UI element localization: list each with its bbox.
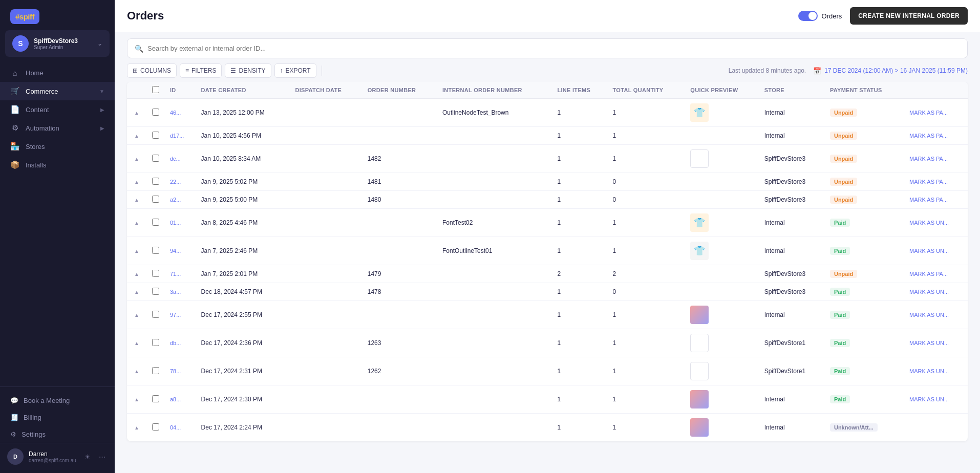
sidebar-user-profile[interactable]: S SpiffDevStore3 Super Admin ⌄ [5, 30, 110, 57]
mark-action-button[interactable]: MARK AS UN... [909, 247, 949, 255]
row-checkbox[interactable] [152, 339, 159, 346]
row-line-items: 1 [552, 209, 607, 237]
row-internal-order-number [437, 301, 552, 329]
expand-row-button[interactable]: ▲ [132, 368, 141, 375]
orders-toggle-switch[interactable] [798, 11, 818, 21]
export-button[interactable]: ↑ EXPORT [274, 63, 316, 78]
user-name: SpiffDevStore3 [34, 37, 92, 45]
row-dispatch-date [290, 283, 362, 301]
density-button[interactable]: ☰ DENSITY [225, 63, 271, 78]
row-checkbox[interactable] [152, 270, 159, 277]
user-role: Super Admin [34, 45, 92, 50]
expand-row-button[interactable]: ▲ [132, 219, 141, 227]
search-input[interactable] [147, 39, 960, 58]
row-checkbox[interactable] [152, 155, 159, 162]
sidebar-item-automation[interactable]: ⚙ Automation ▶ [0, 119, 115, 137]
row-check-6 [146, 237, 165, 265]
row-store: SpiffDevStore3 [759, 173, 825, 191]
settings-button[interactable]: ⚙ Settings [0, 426, 115, 443]
mark-action-button[interactable]: MARK AS UN... [909, 367, 949, 375]
mark-action-button[interactable]: MARK AS PA... [909, 155, 948, 163]
gear-icon: ⚙ [10, 431, 16, 438]
sidebar-item-commerce[interactable]: 🛒 Commerce ▼ [0, 82, 115, 100]
row-check-1 [146, 127, 165, 145]
row-checkbox[interactable] [152, 109, 159, 116]
row-checkbox[interactable] [152, 367, 159, 374]
sidebar-item-label: Stores [26, 143, 45, 150]
row-checkbox[interactable] [152, 423, 159, 431]
expand-row-button[interactable]: ▲ [132, 288, 141, 296]
expand-row-button[interactable]: ▲ [132, 132, 141, 140]
row-expand-6: ▲ [127, 237, 146, 265]
row-order-number: 1263 [363, 329, 437, 357]
sidebar-item-label: Automation [26, 124, 59, 132]
sidebar-item-installs[interactable]: 📦 Installs [0, 156, 115, 174]
sidebar-item-content[interactable]: 📄 Content ▶ [0, 100, 115, 119]
row-checkbox[interactable] [152, 288, 159, 295]
mark-action-button[interactable]: MARK AS PA... [909, 196, 948, 204]
row-payment-status: Unpaid [825, 173, 904, 191]
row-checkbox[interactable] [152, 395, 159, 402]
billing-label: Billing [24, 414, 41, 421]
expand-row-button[interactable]: ▲ [132, 311, 141, 319]
row-total-quantity: 1 [608, 237, 686, 265]
mark-action-button[interactable]: MARK AS UN... [909, 311, 949, 319]
row-internal-order-number: OutlineNodeTest_Brown [437, 99, 552, 127]
mark-action-button[interactable]: MARK AS UN... [909, 339, 949, 347]
row-checkbox[interactable] [152, 219, 159, 226]
row-total-quantity: 1 [608, 357, 686, 385]
billing-button[interactable]: 🧾 Billing [0, 409, 115, 426]
orders-table: ID Date Created Dispatch Date Order Numb… [127, 82, 968, 441]
row-checkbox[interactable] [152, 311, 159, 318]
row-internal-order-number [437, 127, 552, 145]
mark-action-button[interactable]: MARK AS UN... [909, 288, 949, 296]
row-store: Internal [759, 237, 825, 265]
row-check-12 [146, 385, 165, 414]
row-internal-order-number [437, 265, 552, 283]
row-checkbox[interactable] [152, 178, 159, 185]
create-new-internal-order-button[interactable]: CREATE NEW INTERNAL ORDER [850, 7, 968, 25]
row-expand-9: ▲ [127, 301, 146, 329]
user-avatar: S [12, 35, 29, 52]
expand-row-button[interactable]: ▲ [132, 270, 141, 278]
more-options-button[interactable]: ⋯ [96, 451, 108, 462]
row-total-quantity: 1 [608, 145, 686, 173]
book-meeting-button[interactable]: 💬 Book a Meeting [0, 392, 115, 409]
expand-row-button[interactable]: ▲ [132, 339, 141, 347]
row-expand-7: ▲ [127, 265, 146, 283]
filters-button[interactable]: ≡ FILTERS [180, 63, 222, 78]
row-dispatch-date [290, 414, 362, 442]
mark-action-button[interactable]: MARK AS UN... [909, 219, 949, 227]
mark-action-button[interactable]: MARK AS UN... [909, 395, 949, 403]
theme-toggle-button[interactable]: ☀ [82, 451, 93, 462]
row-order-number: 1481 [363, 173, 437, 191]
mark-action-button[interactable]: MARK AS PA... [909, 109, 948, 117]
th-order-number: Order Number [363, 82, 437, 99]
row-date-created: Dec 17, 2024 2:36 PM [196, 329, 290, 357]
row-checkbox[interactable] [152, 196, 159, 203]
row-checkbox[interactable] [152, 247, 159, 254]
row-total-quantity: 1 [608, 329, 686, 357]
expand-row-button[interactable]: ▲ [132, 424, 141, 432]
expand-row-button[interactable]: ▲ [132, 196, 141, 204]
sidebar-item-stores[interactable]: 🏪 Stores [0, 137, 115, 156]
row-payment-status: Unpaid [825, 191, 904, 209]
row-date-created: Jan 7, 2025 2:46 PM [196, 237, 290, 265]
row-order-number [363, 209, 437, 237]
row-store: Internal [759, 127, 825, 145]
expand-row-button[interactable]: ▲ [132, 396, 141, 403]
row-line-items: 1 [552, 173, 607, 191]
select-all-checkbox[interactable] [152, 86, 159, 93]
expand-row-button[interactable]: ▲ [132, 178, 141, 186]
mark-action-button[interactable]: MARK AS PA... [909, 270, 948, 278]
sidebar-item-home[interactable]: ⌂ Home [0, 64, 115, 82]
expand-row-button[interactable]: ▲ [132, 247, 141, 255]
mark-action-button[interactable]: MARK AS PA... [909, 132, 948, 140]
columns-button[interactable]: ⊞ COLUMNS [127, 63, 177, 78]
th-expand [127, 82, 146, 99]
expand-row-button[interactable]: ▲ [132, 155, 141, 163]
expand-row-button[interactable]: ▲ [132, 109, 141, 117]
mark-action-button[interactable]: MARK AS PA... [909, 178, 948, 186]
row-checkbox[interactable] [152, 132, 159, 139]
row-order-number: 1478 [363, 283, 437, 301]
